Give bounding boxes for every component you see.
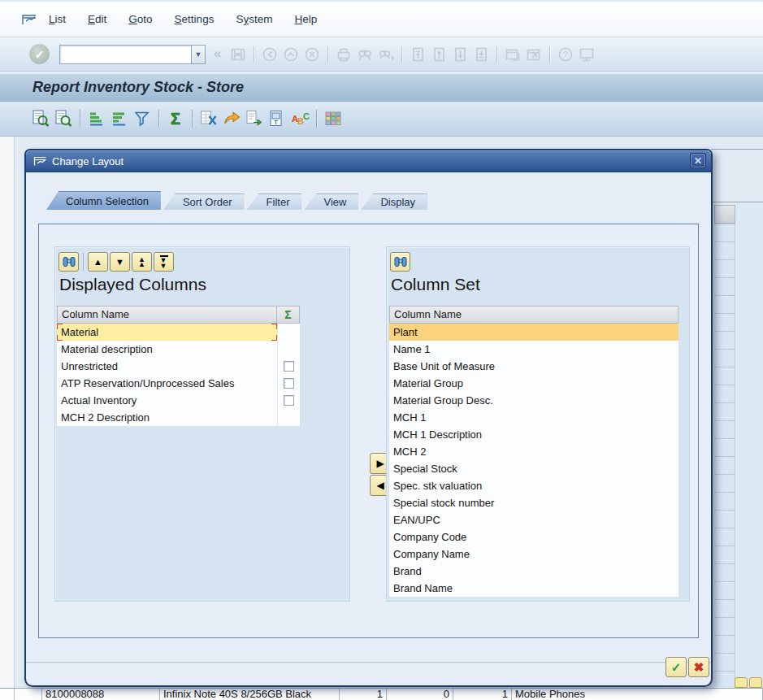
move-to-top-button[interactable]: ▲▲ (132, 252, 152, 272)
column-label[interactable]: Company Name (389, 546, 678, 563)
column-set-row[interactable]: Material Group Desc. (389, 392, 678, 409)
print-icon[interactable] (334, 46, 353, 63)
sum-checkbox[interactable] (284, 378, 294, 389)
column-set-row[interactable]: MCH 1 (389, 409, 678, 426)
column-label[interactable]: Unrestricted (57, 358, 277, 375)
column-set-row[interactable]: Special Stock (389, 460, 678, 477)
material-cell[interactable]: 8100008088 (42, 689, 160, 700)
page-down-icon[interactable] (450, 46, 470, 63)
column-set-row[interactable]: Plant (389, 324, 678, 341)
page-up-icon[interactable] (429, 46, 449, 63)
sum-cell[interactable] (277, 358, 300, 375)
sum-cell[interactable] (277, 392, 300, 409)
sum-checkbox[interactable] (284, 395, 294, 406)
column-set-row[interactable]: MCH 1 Description (389, 426, 678, 443)
command-dropdown-icon[interactable]: ▼ (191, 45, 206, 64)
help-icon[interactable]: ? (556, 46, 575, 63)
column-name-header[interactable]: Column Name (389, 306, 678, 324)
exit-icon[interactable] (281, 46, 301, 63)
column-set-row[interactable]: Company Name (389, 546, 678, 563)
displayed-column-row[interactable]: Material description (57, 341, 300, 358)
first-page-icon[interactable] (408, 46, 427, 63)
gui-settings-icon[interactable] (577, 46, 596, 63)
menu-item-edit[interactable]: Edit (88, 13, 106, 25)
last-page-icon[interactable] (471, 46, 491, 63)
column-label[interactable]: Special stock number (389, 494, 678, 511)
column-name-header[interactable]: Column Name (57, 306, 277, 324)
grid-layout-icon[interactable] (323, 108, 344, 129)
column-set-row[interactable]: EAN/UPC (389, 511, 678, 528)
sum-checkbox[interactable] (284, 361, 294, 372)
atp-cell[interactable]: 0 (387, 689, 453, 700)
column-label[interactable]: MCH 2 Description (57, 409, 277, 426)
cancel-icon[interactable] (302, 46, 322, 63)
column-set-row[interactable]: Material Group (389, 375, 678, 392)
command-input[interactable] (59, 45, 191, 64)
displayed-column-row[interactable]: Actual Inventory (57, 392, 300, 409)
move-to-bottom-button[interactable]: ▼▼ (154, 252, 174, 272)
find-next-icon[interactable] (376, 46, 396, 63)
cancel-button[interactable]: ✖ (688, 657, 709, 677)
tab-column-selection[interactable]: Column Selection (46, 191, 161, 210)
column-label[interactable]: Base Unit of Measure (389, 358, 678, 375)
move-up-button[interactable]: ▲ (88, 252, 108, 272)
tab-view[interactable]: View (304, 193, 358, 210)
word-export-icon[interactable]: T (267, 108, 288, 129)
column-label[interactable]: Material description (57, 341, 277, 358)
column-label[interactable]: Brand (389, 563, 678, 580)
column-set-row[interactable]: Brand Name (389, 580, 678, 597)
column-label[interactable]: Brand Name (389, 580, 678, 597)
sum-icon[interactable]: Σ (165, 108, 186, 129)
abc-analysis-icon[interactable]: ABC (289, 108, 310, 129)
column-label[interactable]: MCH 1 (389, 409, 678, 426)
row-selector-cell[interactable] (15, 689, 42, 700)
send-icon[interactable] (221, 108, 242, 129)
column-label[interactable]: Material Group (389, 375, 678, 392)
tab-filter[interactable]: Filter (247, 193, 302, 210)
column-label[interactable]: Name 1 (389, 341, 678, 358)
sort-asc-icon[interactable] (86, 108, 107, 129)
column-set-row[interactable]: Spec. stk valuation (389, 477, 678, 494)
new-session-icon[interactable] (503, 46, 522, 63)
column-label[interactable]: MCH 1 Description (389, 426, 678, 443)
column-label[interactable]: Plant (389, 324, 678, 341)
column-label[interactable]: Special Stock (389, 460, 678, 477)
find-icon[interactable] (390, 252, 410, 272)
column-label[interactable]: MCH 2 (389, 443, 678, 460)
move-down-button[interactable]: ▼ (110, 252, 130, 272)
actual-cell[interactable]: 1 (453, 689, 512, 700)
shortcut-icon[interactable] (524, 46, 544, 63)
column-set-row[interactable]: Base Unit of Measure (389, 358, 678, 375)
menu-item-list[interactable]: List (49, 13, 66, 25)
column-set-row[interactable]: Company Code (389, 528, 678, 546)
column-label[interactable]: EAN/UPC (389, 511, 678, 528)
displayed-column-row[interactable]: Material (57, 324, 300, 341)
displayed-column-row[interactable]: MCH 2 Description (57, 409, 300, 426)
tab-display[interactable]: Display (361, 193, 427, 210)
sum-cell[interactable] (277, 375, 300, 392)
column-set-row[interactable]: Special stock number (389, 494, 678, 511)
menu-item-help[interactable]: Help (294, 13, 317, 25)
column-label[interactable]: Material Group Desc. (389, 392, 678, 409)
material-group-cell[interactable]: Mobile Phones (512, 689, 763, 700)
sum-column-header[interactable]: Σ (277, 306, 300, 324)
column-label[interactable]: Material (57, 324, 277, 341)
column-set-row[interactable]: MCH 2 (389, 443, 678, 460)
column-label[interactable]: Actual Inventory (57, 392, 277, 409)
displayed-column-row[interactable]: Unrestricted (57, 358, 300, 375)
menu-item-settings[interactable]: Settings (175, 13, 215, 25)
column-label[interactable]: ATP Reservation/Unprocessed Sales (57, 375, 277, 392)
menu-item-goto[interactable]: Goto (128, 13, 152, 25)
column-set-row[interactable]: Brand (389, 563, 678, 580)
displayed-column-row[interactable]: ATP Reservation/Unprocessed Sales (57, 375, 300, 392)
back-icon[interactable] (260, 46, 280, 63)
local-file-icon[interactable] (244, 108, 265, 129)
find-icon[interactable] (59, 252, 79, 272)
column-label[interactable]: Spec. stk valuation (389, 477, 678, 494)
save-icon[interactable] (228, 46, 248, 63)
close-icon[interactable]: ✕ (690, 153, 706, 168)
column-label[interactable]: Company Code (389, 528, 678, 546)
dialog-title-bar[interactable]: Change Layout ✕ (26, 150, 711, 172)
sort-desc-icon[interactable] (109, 108, 130, 129)
filter-icon[interactable] (132, 108, 153, 129)
